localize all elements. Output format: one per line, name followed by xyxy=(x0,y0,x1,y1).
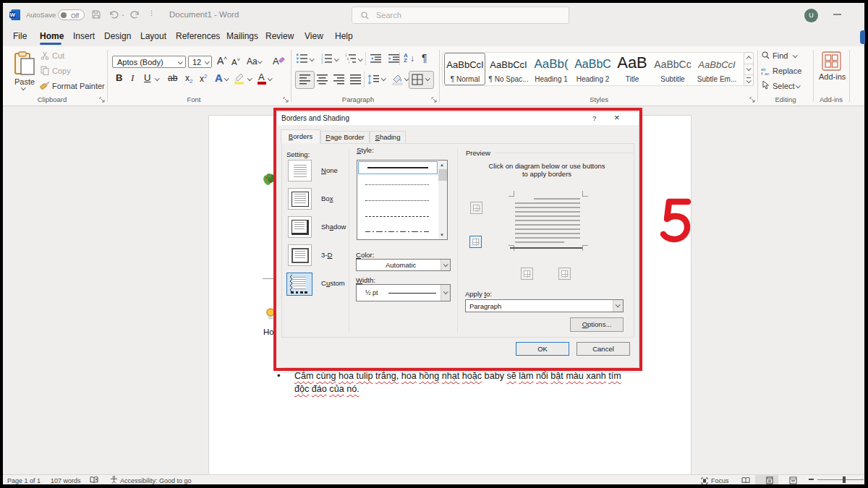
svg-text:3: 3 xyxy=(321,61,323,64)
svg-text:i: i xyxy=(349,61,349,64)
svg-text:ac: ac xyxy=(765,72,769,75)
svg-text:W: W xyxy=(10,12,16,18)
